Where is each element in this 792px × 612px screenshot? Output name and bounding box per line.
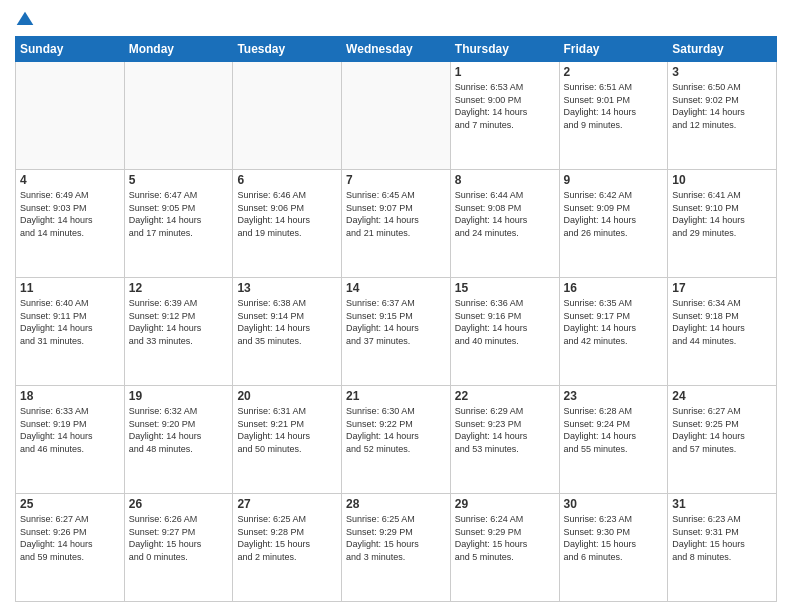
day-cell: 22Sunrise: 6:29 AM Sunset: 9:23 PM Dayli… — [450, 386, 559, 494]
day-info: Sunrise: 6:45 AM Sunset: 9:07 PM Dayligh… — [346, 189, 446, 239]
day-number: 9 — [564, 173, 664, 187]
week-row-4: 18Sunrise: 6:33 AM Sunset: 9:19 PM Dayli… — [16, 386, 777, 494]
day-cell: 3Sunrise: 6:50 AM Sunset: 9:02 PM Daylig… — [668, 62, 777, 170]
day-cell: 12Sunrise: 6:39 AM Sunset: 9:12 PM Dayli… — [124, 278, 233, 386]
day-cell: 8Sunrise: 6:44 AM Sunset: 9:08 PM Daylig… — [450, 170, 559, 278]
day-info: Sunrise: 6:32 AM Sunset: 9:20 PM Dayligh… — [129, 405, 229, 455]
week-row-1: 1Sunrise: 6:53 AM Sunset: 9:00 PM Daylig… — [16, 62, 777, 170]
day-number: 17 — [672, 281, 772, 295]
logo — [15, 10, 39, 30]
day-number: 30 — [564, 497, 664, 511]
col-header-monday: Monday — [124, 37, 233, 62]
day-number: 8 — [455, 173, 555, 187]
day-cell: 31Sunrise: 6:23 AM Sunset: 9:31 PM Dayli… — [668, 494, 777, 602]
day-info: Sunrise: 6:25 AM Sunset: 9:29 PM Dayligh… — [346, 513, 446, 563]
day-cell: 25Sunrise: 6:27 AM Sunset: 9:26 PM Dayli… — [16, 494, 125, 602]
col-header-saturday: Saturday — [668, 37, 777, 62]
day-number: 13 — [237, 281, 337, 295]
day-info: Sunrise: 6:23 AM Sunset: 9:30 PM Dayligh… — [564, 513, 664, 563]
day-info: Sunrise: 6:46 AM Sunset: 9:06 PM Dayligh… — [237, 189, 337, 239]
calendar: SundayMondayTuesdayWednesdayThursdayFrid… — [15, 36, 777, 602]
day-cell: 15Sunrise: 6:36 AM Sunset: 9:16 PM Dayli… — [450, 278, 559, 386]
svg-marker-0 — [17, 12, 34, 25]
day-info: Sunrise: 6:23 AM Sunset: 9:31 PM Dayligh… — [672, 513, 772, 563]
day-cell: 7Sunrise: 6:45 AM Sunset: 9:07 PM Daylig… — [342, 170, 451, 278]
day-info: Sunrise: 6:24 AM Sunset: 9:29 PM Dayligh… — [455, 513, 555, 563]
day-cell: 20Sunrise: 6:31 AM Sunset: 9:21 PM Dayli… — [233, 386, 342, 494]
day-info: Sunrise: 6:27 AM Sunset: 9:25 PM Dayligh… — [672, 405, 772, 455]
day-info: Sunrise: 6:34 AM Sunset: 9:18 PM Dayligh… — [672, 297, 772, 347]
day-info: Sunrise: 6:50 AM Sunset: 9:02 PM Dayligh… — [672, 81, 772, 131]
day-cell: 14Sunrise: 6:37 AM Sunset: 9:15 PM Dayli… — [342, 278, 451, 386]
day-cell: 13Sunrise: 6:38 AM Sunset: 9:14 PM Dayli… — [233, 278, 342, 386]
day-number: 28 — [346, 497, 446, 511]
day-info: Sunrise: 6:37 AM Sunset: 9:15 PM Dayligh… — [346, 297, 446, 347]
day-info: Sunrise: 6:25 AM Sunset: 9:28 PM Dayligh… — [237, 513, 337, 563]
day-info: Sunrise: 6:42 AM Sunset: 9:09 PM Dayligh… — [564, 189, 664, 239]
day-info: Sunrise: 6:26 AM Sunset: 9:27 PM Dayligh… — [129, 513, 229, 563]
day-cell: 5Sunrise: 6:47 AM Sunset: 9:05 PM Daylig… — [124, 170, 233, 278]
week-row-2: 4Sunrise: 6:49 AM Sunset: 9:03 PM Daylig… — [16, 170, 777, 278]
col-header-sunday: Sunday — [16, 37, 125, 62]
day-cell: 9Sunrise: 6:42 AM Sunset: 9:09 PM Daylig… — [559, 170, 668, 278]
day-info: Sunrise: 6:33 AM Sunset: 9:19 PM Dayligh… — [20, 405, 120, 455]
day-number: 22 — [455, 389, 555, 403]
day-number: 4 — [20, 173, 120, 187]
logo-icon — [15, 10, 35, 30]
day-cell: 24Sunrise: 6:27 AM Sunset: 9:25 PM Dayli… — [668, 386, 777, 494]
day-number: 21 — [346, 389, 446, 403]
day-info: Sunrise: 6:27 AM Sunset: 9:26 PM Dayligh… — [20, 513, 120, 563]
day-info: Sunrise: 6:30 AM Sunset: 9:22 PM Dayligh… — [346, 405, 446, 455]
day-cell: 6Sunrise: 6:46 AM Sunset: 9:06 PM Daylig… — [233, 170, 342, 278]
day-cell: 18Sunrise: 6:33 AM Sunset: 9:19 PM Dayli… — [16, 386, 125, 494]
day-cell: 28Sunrise: 6:25 AM Sunset: 9:29 PM Dayli… — [342, 494, 451, 602]
day-cell — [342, 62, 451, 170]
day-number: 27 — [237, 497, 337, 511]
day-number: 18 — [20, 389, 120, 403]
day-number: 26 — [129, 497, 229, 511]
day-cell: 23Sunrise: 6:28 AM Sunset: 9:24 PM Dayli… — [559, 386, 668, 494]
week-row-3: 11Sunrise: 6:40 AM Sunset: 9:11 PM Dayli… — [16, 278, 777, 386]
day-cell: 17Sunrise: 6:34 AM Sunset: 9:18 PM Dayli… — [668, 278, 777, 386]
page: SundayMondayTuesdayWednesdayThursdayFrid… — [0, 0, 792, 612]
day-info: Sunrise: 6:51 AM Sunset: 9:01 PM Dayligh… — [564, 81, 664, 131]
day-number: 23 — [564, 389, 664, 403]
day-number: 7 — [346, 173, 446, 187]
day-number: 29 — [455, 497, 555, 511]
day-info: Sunrise: 6:49 AM Sunset: 9:03 PM Dayligh… — [20, 189, 120, 239]
day-cell: 29Sunrise: 6:24 AM Sunset: 9:29 PM Dayli… — [450, 494, 559, 602]
day-info: Sunrise: 6:40 AM Sunset: 9:11 PM Dayligh… — [20, 297, 120, 347]
day-info: Sunrise: 6:53 AM Sunset: 9:00 PM Dayligh… — [455, 81, 555, 131]
day-info: Sunrise: 6:44 AM Sunset: 9:08 PM Dayligh… — [455, 189, 555, 239]
col-header-wednesday: Wednesday — [342, 37, 451, 62]
day-number: 19 — [129, 389, 229, 403]
day-cell — [124, 62, 233, 170]
day-number: 15 — [455, 281, 555, 295]
day-info: Sunrise: 6:41 AM Sunset: 9:10 PM Dayligh… — [672, 189, 772, 239]
col-header-tuesday: Tuesday — [233, 37, 342, 62]
day-cell — [233, 62, 342, 170]
day-cell: 21Sunrise: 6:30 AM Sunset: 9:22 PM Dayli… — [342, 386, 451, 494]
day-cell: 30Sunrise: 6:23 AM Sunset: 9:30 PM Dayli… — [559, 494, 668, 602]
day-cell: 4Sunrise: 6:49 AM Sunset: 9:03 PM Daylig… — [16, 170, 125, 278]
day-cell: 19Sunrise: 6:32 AM Sunset: 9:20 PM Dayli… — [124, 386, 233, 494]
day-cell: 16Sunrise: 6:35 AM Sunset: 9:17 PM Dayli… — [559, 278, 668, 386]
day-info: Sunrise: 6:38 AM Sunset: 9:14 PM Dayligh… — [237, 297, 337, 347]
week-row-5: 25Sunrise: 6:27 AM Sunset: 9:26 PM Dayli… — [16, 494, 777, 602]
header — [15, 10, 777, 30]
day-info: Sunrise: 6:29 AM Sunset: 9:23 PM Dayligh… — [455, 405, 555, 455]
day-info: Sunrise: 6:28 AM Sunset: 9:24 PM Dayligh… — [564, 405, 664, 455]
day-cell: 26Sunrise: 6:26 AM Sunset: 9:27 PM Dayli… — [124, 494, 233, 602]
day-number: 11 — [20, 281, 120, 295]
day-info: Sunrise: 6:47 AM Sunset: 9:05 PM Dayligh… — [129, 189, 229, 239]
day-number: 16 — [564, 281, 664, 295]
day-cell — [16, 62, 125, 170]
day-number: 1 — [455, 65, 555, 79]
day-info: Sunrise: 6:31 AM Sunset: 9:21 PM Dayligh… — [237, 405, 337, 455]
day-cell: 2Sunrise: 6:51 AM Sunset: 9:01 PM Daylig… — [559, 62, 668, 170]
day-number: 3 — [672, 65, 772, 79]
day-number: 31 — [672, 497, 772, 511]
day-info: Sunrise: 6:35 AM Sunset: 9:17 PM Dayligh… — [564, 297, 664, 347]
calendar-header-row: SundayMondayTuesdayWednesdayThursdayFrid… — [16, 37, 777, 62]
day-number: 2 — [564, 65, 664, 79]
